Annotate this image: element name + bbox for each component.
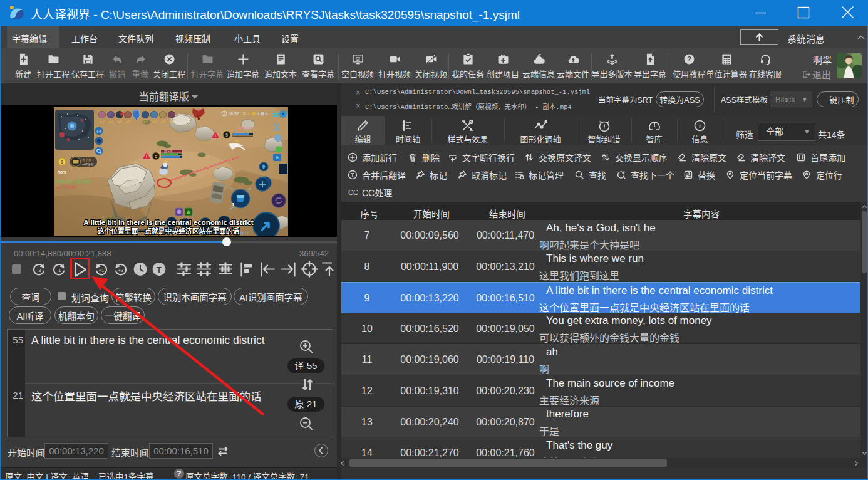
svg-text:这个位置里面一点就是中央经济区站在里面的话: 这个位置里面一点就是中央经济区站在里面的话 bbox=[98, 226, 240, 236]
svg-text:!: ! bbox=[146, 154, 147, 159]
svg-text:★0: ★0 bbox=[152, 120, 156, 123]
svg-text:+3: +3 bbox=[118, 268, 124, 273]
svg-text:★0: ★0 bbox=[117, 120, 121, 123]
svg-text:+4?迷彩: +4?迷彩 bbox=[82, 162, 93, 166]
svg-text:天下第一: 天下第一 bbox=[82, 158, 95, 162]
svg-text:06:52: 06:52 bbox=[229, 112, 239, 116]
svg-text:525: 525 bbox=[58, 170, 66, 175]
svg-text:-1: -1 bbox=[57, 268, 61, 273]
svg-text:★: ★ bbox=[235, 139, 238, 143]
svg-text:!: ! bbox=[215, 133, 216, 138]
svg-text:CC: CC bbox=[348, 189, 358, 196]
svg-text:T: T bbox=[157, 265, 162, 274]
svg-text:Lee已经超神！: Lee已经超神！ bbox=[56, 185, 79, 190]
svg-text:★0: ★0 bbox=[160, 120, 165, 123]
svg-text:-3: -3 bbox=[37, 268, 41, 273]
svg-text:$: $ bbox=[61, 160, 63, 165]
svg-text:玩家A 击杀 了敌方英雄: 玩家A 击杀 了敌方英雄 bbox=[56, 180, 91, 184]
svg-text:★: ★ bbox=[164, 159, 167, 163]
svg-text:★0: ★0 bbox=[169, 120, 173, 123]
svg-text:★1: ★1 bbox=[100, 120, 104, 123]
svg-text:★1: ★1 bbox=[108, 120, 113, 123]
svg-text:★0: ★0 bbox=[143, 120, 147, 123]
svg-text:+1: +1 bbox=[99, 268, 105, 273]
svg-text:5: 5 bbox=[155, 154, 157, 159]
svg-text:1: 1 bbox=[232, 202, 235, 207]
svg-text:腕豪царь: 腕豪царь bbox=[238, 125, 254, 130]
svg-text:5: 5 bbox=[225, 133, 228, 137]
svg-text:全景: 全景 bbox=[96, 130, 102, 133]
svg-text:翻车鱼: 翻车鱼 bbox=[164, 149, 173, 154]
svg-text:补刀: 补刀 bbox=[240, 230, 249, 236]
svg-text:★2: ★2 bbox=[125, 120, 130, 123]
